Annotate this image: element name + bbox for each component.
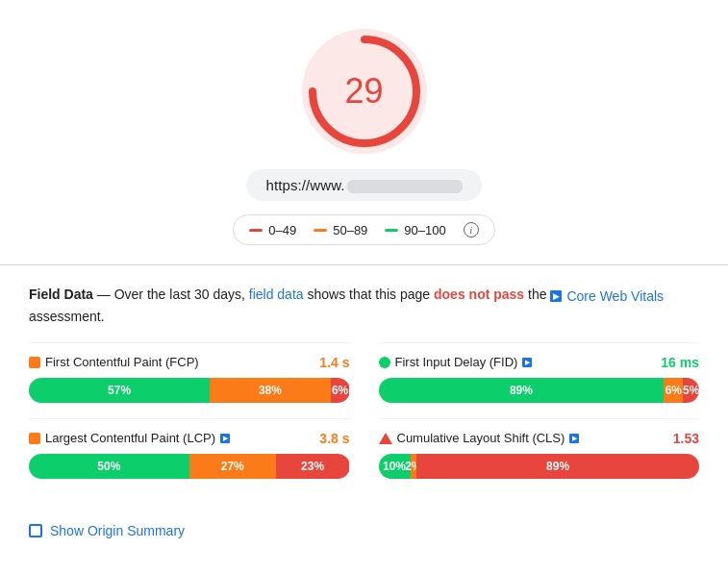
field-data-section: Field Data — Over the last 30 days, fiel… xyxy=(0,265,728,504)
metric-title-cls: Cumulative Layout Shift (CLS) ▶ xyxy=(379,431,580,445)
bar-seg-green-fcp: 57% xyxy=(29,378,210,403)
metric-title-text-cls: Cumulative Layout Shift (CLS) xyxy=(397,431,565,445)
score-section: 29 https://www. 0–49 50–89 90–100 i xyxy=(0,0,728,264)
metric-header-lcp: Largest Contentful Paint (LCP) ▶ 3.8 s xyxy=(29,431,350,446)
field-data-description: Field Data — Over the last 30 days, fiel… xyxy=(29,285,699,327)
score-circle: 29 xyxy=(302,29,427,154)
legend-label-green: 90–100 xyxy=(404,223,445,237)
metrics-grid: First Contentful Paint (FCP) 1.4 s 57%38… xyxy=(29,342,699,494)
bar-seg-red-lcp: 23% xyxy=(276,454,350,479)
cwv-link[interactable]: ▶ Core Web Vitals xyxy=(550,287,664,307)
metric-block-cls: Cumulative Layout Shift (CLS) ▶ 1.53 10%… xyxy=(379,418,700,494)
metric-icon-fcp xyxy=(29,357,40,368)
field-data-assessment: assessment. xyxy=(29,309,105,324)
legend-label-red: 0–49 xyxy=(268,223,296,237)
metric-title-lcp: Largest Contentful Paint (LCP) ▶ xyxy=(29,431,230,445)
bar-seg-orange-fcp: 38% xyxy=(210,378,330,403)
metric-flag-cls: ▶ xyxy=(569,434,579,443)
show-origin-checkbox-icon xyxy=(29,524,42,537)
field-data-label: Field Data xyxy=(29,287,93,302)
url-redacted xyxy=(347,180,463,193)
show-origin-section: Show Origin Summary xyxy=(0,504,728,562)
metric-icon-fid xyxy=(379,357,390,368)
metric-flag-fid: ▶ xyxy=(522,358,532,367)
metric-value-lcp: 3.8 s xyxy=(319,431,349,446)
score-legend: 0–49 50–89 90–100 i xyxy=(233,214,494,245)
legend-dot-orange xyxy=(314,229,327,232)
metric-header-cls: Cumulative Layout Shift (CLS) ▶ 1.53 xyxy=(379,431,700,446)
bar-seg-green-lcp: 50% xyxy=(29,454,189,479)
metric-bar-lcp: 50%27%23% xyxy=(29,454,350,479)
legend-info-icon[interactable]: i xyxy=(464,222,479,237)
field-data-desc-suffix: the xyxy=(524,287,550,302)
url-display: https://www. xyxy=(246,169,481,201)
metric-block-lcp: Largest Contentful Paint (LCP) ▶ 3.8 s 5… xyxy=(29,418,350,494)
metric-icon-lcp xyxy=(29,433,40,444)
show-origin-button[interactable]: Show Origin Summary xyxy=(29,519,185,542)
field-data-fail-text: does not pass xyxy=(434,287,524,302)
metric-header-fcp: First Contentful Paint (FCP) 1.4 s xyxy=(29,355,350,370)
bar-seg-green-fid: 89% xyxy=(379,378,665,403)
show-origin-label: Show Origin Summary xyxy=(50,523,185,538)
legend-dot-red xyxy=(249,229,263,232)
legend-item-green: 90–100 xyxy=(385,223,445,237)
metric-icon-cls xyxy=(379,433,392,444)
bar-seg-orange-fid: 6% xyxy=(664,378,683,403)
metric-flag-lcp: ▶ xyxy=(220,434,230,443)
metric-value-fid: 16 ms xyxy=(661,355,699,370)
legend-dot-green xyxy=(385,229,398,232)
metric-bar-fid: 89%6%5% xyxy=(379,378,700,403)
metric-title-fcp: First Contentful Paint (FCP) xyxy=(29,355,199,369)
score-value: 29 xyxy=(302,29,427,154)
field-data-desc-prefix: — Over the last 30 days, xyxy=(97,287,249,302)
cwv-link-text: Core Web Vitals xyxy=(566,287,664,307)
legend-item-red: 0–49 xyxy=(249,223,296,237)
metric-bar-fcp: 57%38%6% xyxy=(29,378,350,403)
metric-block-fcp: First Contentful Paint (FCP) 1.4 s 57%38… xyxy=(29,342,350,418)
cwv-flag-icon: ▶ xyxy=(550,290,562,302)
legend-item-orange: 50–89 xyxy=(314,223,367,237)
legend-label-orange: 50–89 xyxy=(333,223,367,237)
bar-seg-red-fid: 5% xyxy=(683,378,699,403)
metric-title-text-fcp: First Contentful Paint (FCP) xyxy=(45,355,199,369)
metric-value-fcp: 1.4 s xyxy=(319,355,349,370)
bar-seg-orange-lcp: 27% xyxy=(189,454,276,479)
metric-header-fid: First Input Delay (FID) ▶ 16 ms xyxy=(379,355,700,370)
bar-seg-red-fcp: 6% xyxy=(331,378,350,403)
bar-seg-red-cls: 89% xyxy=(416,454,699,479)
bar-seg-orange-cls: 2% xyxy=(411,454,417,479)
metric-title-text-fid: First Input Delay (FID) xyxy=(395,355,518,369)
field-data-link[interactable]: field data xyxy=(249,287,304,302)
metric-block-fid: First Input Delay (FID) ▶ 16 ms 89%6%5% xyxy=(379,342,700,418)
metric-title-fid: First Input Delay (FID) ▶ xyxy=(379,355,533,369)
field-data-desc-mid: shows that this page xyxy=(304,287,434,302)
metric-bar-cls: 10%2%89% xyxy=(379,454,700,479)
url-text: https://www. xyxy=(265,177,344,193)
metric-title-text-lcp: Largest Contentful Paint (LCP) xyxy=(45,431,215,445)
metric-value-cls: 1.53 xyxy=(673,431,699,446)
